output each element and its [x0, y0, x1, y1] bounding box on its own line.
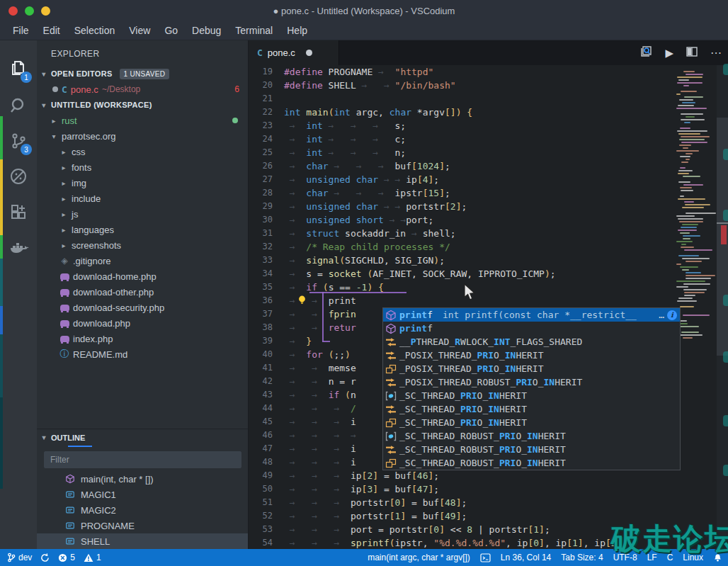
tree-item-parrotsec-org[interactable]: ▾parrotsec.org	[37, 128, 248, 144]
tree-item-rust[interactable]: ▸rust	[37, 113, 248, 128]
suggestion-item-1[interactable]: printf	[383, 322, 680, 335]
code-line-26[interactable]: 26 → char → → → buf[1024];	[249, 159, 728, 173]
suggestion-item-9[interactable]: _SC_THREAD_ROBUST_PRIO_INHERIT	[383, 429, 680, 443]
tree-item-languages[interactable]: ▸languages	[37, 222, 248, 237]
outline-item-magic1[interactable]: MAGIC1	[37, 487, 248, 502]
code-line-32[interactable]: 32 → /* Reap child processes */	[249, 240, 728, 254]
code-line-31[interactable]: 31 → struct sockaddr_in → shell;	[249, 227, 728, 240]
explorer-icon[interactable]: 1	[0, 53, 37, 84]
code-line-23[interactable]: 23 → int → → → s;	[249, 119, 728, 132]
tree-item--gitignore[interactable]: ◈.gitignore	[37, 253, 248, 268]
info-icon[interactable]: i	[667, 310, 677, 320]
open-editor-item-ponec[interactable]: C pone.c ~/Desktop 6	[37, 81, 248, 97]
outline-item-main-int-char-[interactable]: main(int, char * [])	[37, 471, 248, 487]
code-line-33[interactable]: 33 → signal(SIGCHLD, SIG_IGN);	[249, 254, 728, 267]
docker-icon[interactable]	[0, 233, 37, 264]
tree-item-index-php[interactable]: index.php	[37, 331, 248, 346]
sync-item[interactable]	[40, 553, 50, 562]
suggestion-item-6[interactable]: _SC_THREAD_PRIO_INHERIT	[383, 389, 680, 402]
code-line-21[interactable]: 21	[249, 92, 728, 106]
close-window-button[interactable]	[8, 6, 18, 16]
code-line-19[interactable]: 19#define PROGNAME → "httpd"	[249, 65, 728, 79]
code-line-27[interactable]: 27 → unsigned char → → ip[4];	[249, 173, 728, 186]
menu-file[interactable]: File	[6, 23, 36, 38]
split-editor-icon[interactable]	[686, 46, 698, 60]
source-control-icon[interactable]: 3	[0, 125, 37, 157]
code-line-20[interactable]: 20#define SHELL → → "/bin/bash"	[249, 79, 728, 92]
dirty-indicator-icon[interactable]	[52, 86, 58, 92]
search-icon[interactable]	[0, 90, 37, 121]
minimize-window-button[interactable]	[41, 6, 50, 16]
suggestion-item-4[interactable]: _POSIX_THREAD_PRIO_INHERIT	[383, 362, 680, 375]
code-line-28[interactable]: 28 → char → → → ipstr[15];	[249, 186, 728, 200]
method-icon	[385, 310, 397, 321]
window-title: ● pone.c - Untitled (Workspace) - VSCodi…	[0, 6, 728, 16]
tree-item-readme-md[interactable]: ⓘREADME.md	[37, 346, 248, 362]
tree-item-css[interactable]: ▸css	[37, 144, 248, 159]
code-line-text: → int → → → s;	[284, 119, 728, 132]
lightbulb-icon[interactable]	[297, 295, 307, 308]
suggestion-item-0[interactable]: printfint printf(const char *__restrict_…	[383, 308, 680, 322]
suggestion-item-10[interactable]: _SC_THREAD_ROBUST_PRIO_INHERIT	[383, 443, 680, 456]
code-line-34[interactable]: 34 → s = socket (AF_INET, SOCK_RAW, IPPR…	[249, 267, 728, 281]
code-line-50[interactable]: 50 → → → ip[3] = buf[47];	[249, 482, 728, 496]
menu-go[interactable]: Go	[157, 23, 185, 38]
open-preview-icon[interactable]	[640, 45, 652, 60]
tree-item-download-security-php[interactable]: download-security.php	[37, 300, 248, 315]
warnings-item[interactable]: 1	[84, 553, 101, 562]
code-line-51[interactable]: 51 → → → portstr[0] = buf[48];	[249, 496, 728, 509]
code-editor[interactable]: 19#define PROGNAME → "httpd"20#define SH…	[249, 65, 728, 549]
minimap[interactable]	[676, 65, 716, 349]
code-line-30[interactable]: 30 → unsigned short → →port;	[249, 213, 728, 227]
code-line-22[interactable]: 22int main(int argc, char *argv[]) {	[249, 106, 728, 119]
tab-ponec[interactable]: C pone.c	[249, 40, 339, 65]
suggestion-item-7[interactable]: _SC_THREAD_PRIO_INHERIT	[383, 402, 680, 416]
code-line-25[interactable]: 25 → int → → → n;	[249, 146, 728, 159]
menu-view[interactable]: View	[122, 23, 157, 38]
suggestion-item-2[interactable]: __PTHREAD_RWLOCK_INT_FLAGS_SHARED	[383, 335, 680, 349]
tab-dirty-indicator[interactable]	[306, 50, 312, 56]
tree-item-download-other-php[interactable]: download-other.php	[37, 284, 248, 300]
open-editors-header[interactable]: ▾ OPEN EDITORS 1 UNSAVED	[37, 66, 248, 81]
extensions-icon[interactable]	[0, 198, 37, 229]
tree-item-download-php[interactable]: download.php	[37, 315, 248, 331]
suggestion-item-3[interactable]: _POSIX_THREAD_PRIO_INHERIT	[383, 349, 680, 362]
cursor-position[interactable]: Ln 36, Col 14	[501, 553, 551, 562]
outline-item-shell[interactable]: SHELL	[37, 533, 248, 549]
menu-edit[interactable]: Edit	[36, 23, 67, 38]
git-branch-item[interactable]: dev	[7, 553, 32, 562]
more-actions-icon[interactable]: ⋯	[710, 46, 722, 60]
tree-item-img[interactable]: ▸img	[37, 175, 248, 191]
code-line-49[interactable]: 49 → → → ip[2] = buf[46];	[249, 469, 728, 482]
outline-filter-input[interactable]	[44, 451, 241, 468]
code-line-29[interactable]: 29 → unsigned char → → portstr[2];	[249, 200, 728, 213]
suggestion-item-8[interactable]: _SC_THREAD_PRIO_INHERIT	[383, 416, 680, 429]
menu-debug[interactable]: Debug	[185, 23, 228, 38]
code-line-36[interactable]: 36 → → print	[249, 294, 728, 307]
current-symbol[interactable]: main(int argc, char * argv[])	[368, 553, 470, 562]
editor-scrollbar[interactable]	[717, 65, 728, 549]
suggestion-item-11[interactable]: _SC_THREAD_ROBUST_PRIO_INHERIT	[383, 456, 680, 470]
tree-item-include[interactable]: ▸include	[37, 191, 248, 206]
workspace-header[interactable]: ▾ UNTITLED (WORKSPACE)	[37, 97, 248, 113]
code-line-24[interactable]: 24 → int → → → c;	[249, 132, 728, 146]
errors-item[interactable]: 5	[58, 553, 75, 562]
tree-item-screenshots[interactable]: ▸screenshots	[37, 237, 248, 253]
outline-header[interactable]: ▾ OUTLINE	[37, 429, 248, 446]
tree-item-download-home-php[interactable]: download-home.php	[37, 268, 248, 284]
menu-selection[interactable]: Selection	[67, 23, 123, 38]
tree-item-js[interactable]: ▸js	[37, 206, 248, 222]
debug-icon[interactable]	[0, 161, 37, 192]
explorer-sidebar: EXPLORER ▾ OPEN EDITORS 1 UNSAVED C pone…	[37, 40, 249, 549]
outline-item-magic2[interactable]: MAGIC2	[37, 502, 248, 518]
suggestion-item-5[interactable]: _POSIX_THREAD_ROBUST_PRIO_INHERIT	[383, 375, 680, 389]
minimap-line	[683, 176, 700, 177]
tab-size[interactable]: Tab Size: 4	[561, 553, 603, 562]
maximize-window-button[interactable]	[25, 6, 34, 16]
menu-terminal[interactable]: Terminal	[228, 23, 280, 38]
menu-help[interactable]: Help	[280, 23, 314, 38]
outline-item-progname[interactable]: PROGNAME	[37, 518, 248, 533]
run-code-icon[interactable]: ▶	[665, 47, 673, 60]
tree-item-fonts[interactable]: ▸fonts	[37, 159, 248, 175]
terminal-icon[interactable]	[480, 553, 491, 562]
